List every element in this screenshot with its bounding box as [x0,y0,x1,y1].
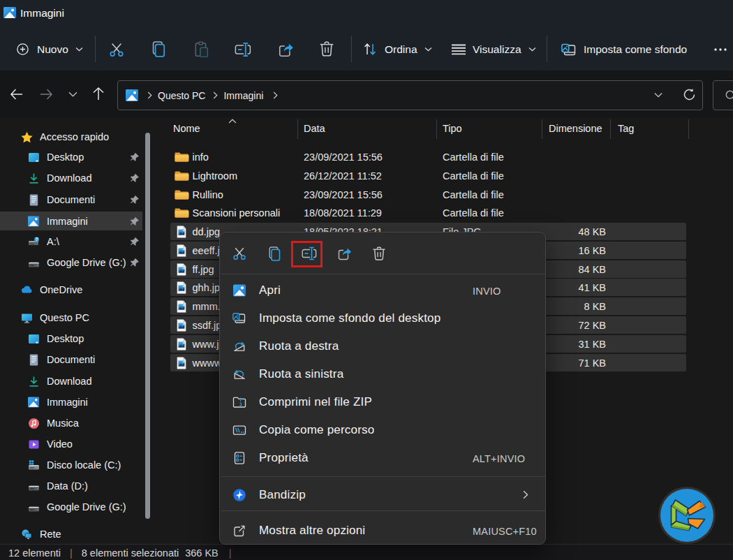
svg-text:?: ? [36,237,38,242]
